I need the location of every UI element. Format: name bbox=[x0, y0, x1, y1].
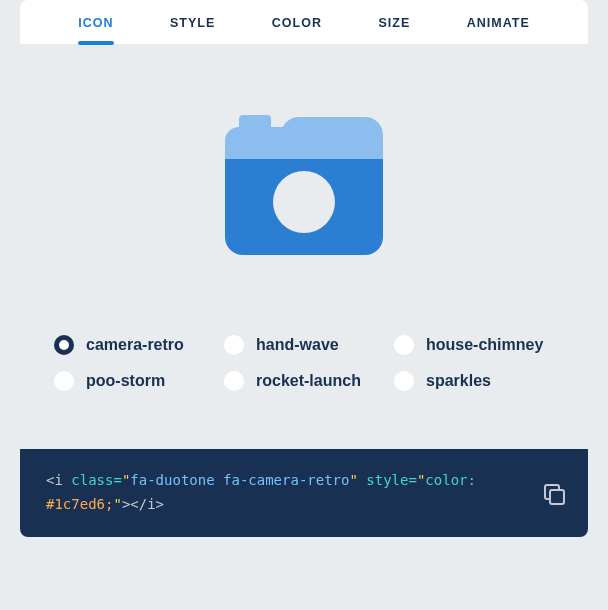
option-label: poo-storm bbox=[86, 372, 165, 390]
option-hand-wave[interactable]: hand-wave bbox=[224, 335, 384, 355]
option-house-chimney[interactable]: house-chimney bbox=[394, 335, 554, 355]
icon-options: camera-retro hand-wave house-chimney poo… bbox=[20, 335, 588, 391]
option-label: camera-retro bbox=[86, 336, 184, 354]
option-label: hand-wave bbox=[256, 336, 339, 354]
radio-icon bbox=[54, 371, 74, 391]
radio-icon bbox=[394, 371, 414, 391]
tab-color[interactable]: COLOR bbox=[272, 0, 322, 44]
preview-panel: camera-retro hand-wave house-chimney poo… bbox=[20, 45, 588, 421]
option-label: sparkles bbox=[426, 372, 491, 390]
tab-icon[interactable]: ICON bbox=[78, 0, 113, 44]
camera-retro-icon bbox=[225, 115, 383, 255]
option-label: rocket-launch bbox=[256, 372, 361, 390]
option-rocket-launch[interactable]: rocket-launch bbox=[224, 371, 384, 391]
option-label: house-chimney bbox=[426, 336, 543, 354]
tab-bar: ICON STYLE COLOR SIZE ANIMATE bbox=[20, 0, 588, 45]
option-camera-retro[interactable]: camera-retro bbox=[54, 335, 214, 355]
tab-animate[interactable]: ANIMATE bbox=[467, 0, 530, 44]
copy-icon[interactable] bbox=[544, 484, 562, 502]
tab-size[interactable]: SIZE bbox=[378, 0, 410, 44]
option-poo-storm[interactable]: poo-storm bbox=[54, 371, 214, 391]
radio-icon bbox=[394, 335, 414, 355]
icon-preview bbox=[224, 105, 384, 265]
option-sparkles[interactable]: sparkles bbox=[394, 371, 554, 391]
radio-icon bbox=[224, 371, 244, 391]
radio-icon bbox=[224, 335, 244, 355]
code-snippet-bar: <i class="fa-duotone fa-camera-retro" st… bbox=[20, 449, 588, 537]
radio-icon bbox=[54, 335, 74, 355]
tab-style[interactable]: STYLE bbox=[170, 0, 215, 44]
code-snippet: <i class="fa-duotone fa-camera-retro" st… bbox=[46, 469, 476, 517]
